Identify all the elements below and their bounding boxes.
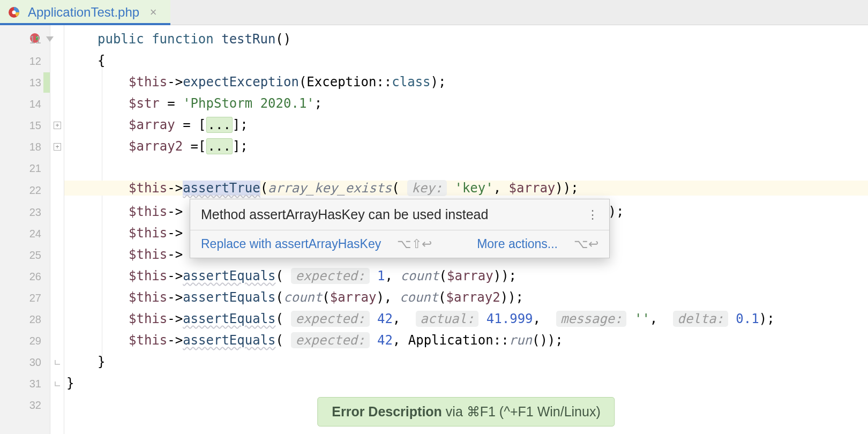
line-number[interactable]: 18	[29, 141, 41, 153]
fold-column[interactable]: + +	[50, 25, 64, 434]
code-line[interactable]: $this->expectException(Exception::class)…	[129, 74, 446, 89]
code-line[interactable]: $this->	[129, 226, 183, 241]
code-line[interactable]: }	[66, 376, 74, 391]
intention-popup: Method assertArrayHasKey can be used ins…	[190, 199, 610, 258]
line-number[interactable]: 28	[29, 313, 41, 326]
line-number[interactable]: 29	[29, 335, 41, 347]
line-number[interactable]: 11	[29, 34, 41, 46]
param-hint: delta:	[673, 311, 728, 327]
param-hint: key:	[407, 180, 447, 196]
highlighted-method: assertTrue	[183, 181, 260, 196]
file-tab[interactable]: ApplicationTest.php ×	[0, 0, 170, 25]
folded-region[interactable]: ...	[206, 138, 233, 154]
line-number[interactable]: 14	[29, 98, 41, 110]
param-hint: expected:	[291, 332, 369, 348]
shortcut-label: ⌥↩	[574, 237, 598, 251]
line-number[interactable]: 21	[29, 162, 41, 175]
code-line[interactable]: $this->	[129, 247, 183, 262]
param-hint: message:	[556, 311, 627, 327]
code-area[interactable]: public function testRun() { $this->expec…	[64, 25, 868, 434]
line-number[interactable]: 26	[29, 271, 41, 283]
code-line[interactable]: $this->assertEquals(count($array), count…	[129, 290, 523, 305]
code-line[interactable]: $this->assertEquals( expected: 42, actua…	[129, 311, 775, 326]
code-line[interactable]: {	[98, 53, 105, 68]
hint-banner: Error Description via ⌘F1 (^+F1 Win/Linu…	[317, 397, 615, 426]
line-number[interactable]: 31	[29, 378, 41, 390]
line-number[interactable]: 27	[29, 292, 41, 304]
fold-expand-icon[interactable]: +	[54, 122, 61, 129]
fold-collapse-icon[interactable]	[44, 33, 56, 44]
line-number[interactable]: 24	[29, 228, 41, 240]
hint-title: Error Description	[332, 404, 442, 419]
line-number[interactable]: 12	[29, 55, 41, 68]
line-number[interactable]: 15	[29, 119, 41, 132]
hint-text: via ⌘F1 (^+F1 Win/Linux)	[442, 404, 601, 419]
code-line[interactable]: $this->assertEquals( expected: 42, Appli…	[129, 333, 563, 348]
svg-point-1	[12, 11, 16, 14]
code-line-highlighted[interactable]: $this->assertTrue(array_key_exists( key:…	[64, 181, 868, 196]
more-icon[interactable]: ⋮	[587, 208, 598, 222]
gutter[interactable]: 11 12 13 14 15 18 21 22 23 24 25 26 27 2…	[0, 25, 50, 434]
shortcut-label: ⌥⇧↩	[397, 237, 432, 251]
line-number[interactable]: 13	[29, 77, 41, 89]
fold-end-icon[interactable]	[54, 360, 61, 367]
line-number[interactable]: 30	[29, 356, 41, 369]
line-number[interactable]: 23	[29, 206, 41, 219]
code-line[interactable]: $array2 =[...];	[129, 139, 248, 154]
more-actions-link[interactable]: More actions...	[477, 237, 558, 251]
code-line[interactable]: public function testRun()	[98, 32, 291, 47]
code-line[interactable]: $this->assertEquals( expected: 1, count(…	[129, 268, 517, 283]
popup-message: Method assertArrayHasKey can be used ins…	[201, 207, 488, 222]
quick-fix-action[interactable]: Replace with assertArrayHasKey	[201, 237, 381, 251]
cakephp-icon	[8, 6, 20, 19]
close-icon[interactable]: ×	[147, 5, 160, 19]
editor-tabbar: ApplicationTest.php ×	[0, 0, 868, 25]
line-number[interactable]: 25	[29, 249, 41, 261]
line-number[interactable]: 22	[29, 184, 41, 197]
code-line[interactable]: $array = [...];	[129, 117, 248, 132]
line-number[interactable]: 32	[29, 399, 41, 411]
vcs-change-marker	[43, 72, 50, 93]
fold-end-icon[interactable]	[54, 381, 61, 388]
file-tab-label: ApplicationTest.php	[28, 5, 139, 20]
code-line[interactable]: $str = 'PhpStorm 2020.1';	[129, 96, 322, 111]
code-line[interactable]: }	[98, 354, 105, 369]
fold-expand-icon[interactable]: +	[54, 143, 61, 151]
param-hint: expected:	[291, 311, 369, 327]
folded-region[interactable]: ...	[206, 117, 233, 133]
param-hint: expected:	[291, 268, 369, 284]
param-hint: actual:	[416, 311, 478, 327]
code-editor[interactable]: 11 12 13 14 15 18 21 22 23 24 25 26 27 2…	[0, 25, 868, 434]
